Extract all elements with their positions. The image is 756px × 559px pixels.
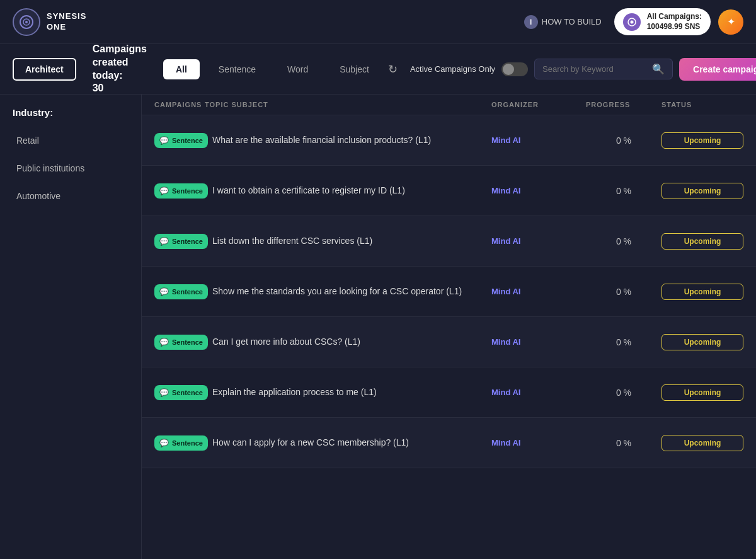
main-layout: Industry: Retail Public institutions Aut… <box>0 95 756 559</box>
search-button[interactable]: 🔍 <box>652 63 665 75</box>
status-badge: Upcoming <box>662 284 743 300</box>
organizer-link[interactable]: Mind AI <box>491 337 586 347</box>
sidebar-item-automotive[interactable]: Automotive <box>6 183 135 209</box>
app-header: SYNESIS ONE i HOW TO BUILD All Campaigns… <box>0 0 756 44</box>
campaign-title: Explain the application process to me (L… <box>205 386 491 399</box>
campaign-title: How can I apply for a new CSC membership… <box>205 436 491 449</box>
search-wrap: 🔍 <box>534 59 673 79</box>
toggle-knob <box>503 64 514 75</box>
status-badge: Upcoming <box>662 334 743 350</box>
sentence-badge: 💬 Sentence <box>154 234 208 249</box>
tab-all[interactable]: All <box>163 59 200 79</box>
sentence-badge: 💬 Sentence <box>154 284 208 299</box>
progress-value: 0 % <box>586 135 662 146</box>
campaign-title: What are the available financial inclusi… <box>205 134 491 147</box>
progress-value: 0 % <box>586 186 662 196</box>
organizer-link[interactable]: Mind AI <box>491 438 586 447</box>
speech-bubble-icon: 💬 <box>159 388 169 397</box>
info-icon: i <box>524 15 538 29</box>
search-input[interactable] <box>542 64 647 74</box>
organizer-link[interactable]: Mind AI <box>491 186 586 195</box>
campaign-title: Show me the standards you are looking fo… <box>205 285 491 298</box>
table-row[interactable]: 💬 Sentence How can I apply for a new CSC… <box>142 418 756 468</box>
active-campaigns-toggle-area: Active Campaigns Only <box>410 62 528 76</box>
badge-label: Sentence <box>172 338 203 346</box>
organizer-link[interactable]: Mind AI <box>491 135 586 145</box>
architect-button[interactable]: Architect <box>13 58 76 81</box>
organizer-link[interactable]: Mind AI <box>491 236 586 246</box>
badge-label: Sentence <box>172 439 203 447</box>
campaign-title: Can I get more info about CSCs? (L1) <box>205 335 491 349</box>
status-badge: Upcoming <box>662 384 743 401</box>
status-badge: Upcoming <box>662 233 743 250</box>
col-campaigns: CAMPAIGNS <box>154 101 205 108</box>
speech-bubble-icon: 💬 <box>159 287 169 296</box>
progress-value: 0 % <box>586 236 662 246</box>
badge-label: Sentence <box>172 137 203 144</box>
badge-label: Sentence <box>172 288 203 296</box>
table-row[interactable]: 💬 Sentence List down the different CSC s… <box>142 216 756 267</box>
sidebar-item-public-institutions[interactable]: Public institutions <box>6 156 135 181</box>
campaigns-badge: All Campaigns: 100498.99 SNS <box>614 8 711 35</box>
badge-label: Sentence <box>172 187 203 195</box>
sidebar: Industry: Retail Public institutions Aut… <box>0 95 142 559</box>
svg-point-2 <box>25 21 28 23</box>
logo-text: SYNESIS ONE <box>47 11 86 33</box>
col-organizer: ORGANIZER <box>491 101 586 108</box>
sentence-badge: 💬 Sentence <box>154 435 208 451</box>
col-status: STATUS <box>662 101 743 108</box>
campaign-title: List down the different CSC services (L1… <box>205 234 491 248</box>
badge-label: Sentence <box>172 238 203 245</box>
toolbar: Architect Campaignscreated today:30 All … <box>0 44 756 95</box>
progress-value: 0 % <box>586 438 662 448</box>
campaigns-list: 💬 Sentence What are the available financ… <box>142 115 756 468</box>
speech-bubble-icon: 💬 <box>159 237 169 246</box>
campaigns-balance: All Campaigns: 100498.99 SNS <box>647 12 702 32</box>
table-row[interactable]: 💬 Sentence Show me the standards you are… <box>142 267 756 317</box>
sidebar-item-retail[interactable]: Retail <box>6 128 135 153</box>
campaigns-today-count: Campaignscreated today:30 <box>93 43 147 95</box>
organizer-link[interactable]: Mind AI <box>491 287 586 296</box>
table-header: CAMPAIGNS TOPIC SUBJECT ORGANIZER PROGRE… <box>142 95 756 115</box>
table-row[interactable]: 💬 Sentence I want to obtain a certificat… <box>142 166 756 216</box>
sentence-badge: 💬 Sentence <box>154 133 208 148</box>
tab-subject[interactable]: Subject <box>327 59 382 79</box>
progress-value: 0 % <box>586 287 662 297</box>
create-campaign-button[interactable]: Create campaign <box>679 58 756 81</box>
speech-bubble-icon: 💬 <box>159 439 169 447</box>
active-campaigns-label: Active Campaigns Only <box>410 64 495 74</box>
refresh-icon[interactable]: ↻ <box>388 62 398 76</box>
table-row[interactable]: 💬 Sentence Explain the application proce… <box>142 367 756 418</box>
sentence-badge: 💬 Sentence <box>154 385 208 400</box>
progress-value: 0 % <box>586 337 662 347</box>
logo-area: SYNESIS ONE <box>13 8 86 36</box>
industry-label: Industry: <box>6 107 135 118</box>
table-row[interactable]: 💬 Sentence Can I get more info about CSC… <box>142 317 756 367</box>
logo-icon <box>13 8 40 36</box>
status-badge: Upcoming <box>662 435 743 451</box>
speech-bubble-icon: 💬 <box>159 338 169 347</box>
col-progress: PROGRESS <box>586 101 662 108</box>
sentence-badge: 💬 Sentence <box>154 183 208 199</box>
how-to-build-link[interactable]: i HOW TO BUILD <box>524 15 602 29</box>
speech-bubble-icon: 💬 <box>159 136 169 145</box>
campaigns-badge-icon <box>623 13 641 31</box>
badge-label: Sentence <box>172 389 203 396</box>
campaigns-content: CAMPAIGNS TOPIC SUBJECT ORGANIZER PROGRE… <box>142 95 756 559</box>
tab-sentence[interactable]: Sentence <box>206 59 268 79</box>
status-badge: Upcoming <box>662 132 743 149</box>
table-row[interactable]: 💬 Sentence What are the available financ… <box>142 115 756 166</box>
speech-bubble-icon: 💬 <box>159 187 169 195</box>
progress-value: 0 % <box>586 388 662 398</box>
sentence-badge: 💬 Sentence <box>154 335 208 350</box>
tab-word[interactable]: Word <box>275 59 321 79</box>
status-badge: Upcoming <box>662 183 743 199</box>
sun-icon[interactable]: ✦ <box>718 9 743 35</box>
col-topic-subject: TOPIC SUBJECT <box>205 101 491 108</box>
organizer-link[interactable]: Mind AI <box>491 388 586 397</box>
active-campaigns-toggle[interactable] <box>501 62 528 76</box>
campaign-title: I want to obtain a certificate to regist… <box>205 184 491 197</box>
